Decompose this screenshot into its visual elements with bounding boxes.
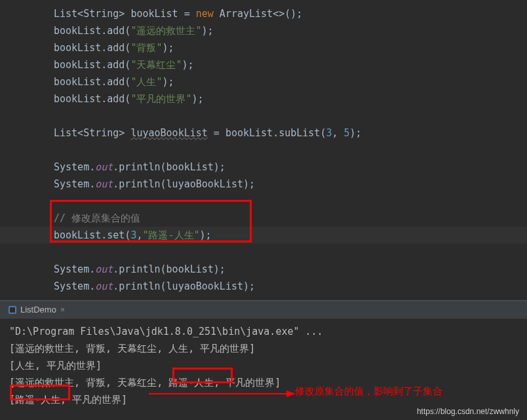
code-line: System.out.println(bookList); bbox=[0, 261, 527, 278]
console-tab-bar: ListDemo × bbox=[0, 301, 527, 319]
annotation-text: 修改原集合的值，影响到了子集合 bbox=[295, 385, 442, 398]
code-line bbox=[0, 193, 527, 210]
console-tab-label: ListDemo bbox=[20, 305, 56, 315]
console-line: [遥远的救世主, 背叛, 天幕红尘, 人生, 平凡的世界] bbox=[9, 340, 518, 357]
code-editor[interactable]: List<String> bookList = new ArrayList<>(… bbox=[0, 0, 527, 300]
console-line: [人生, 平凡的世界] bbox=[9, 357, 518, 374]
code-line: bookList.add("平凡的世界"); bbox=[0, 90, 527, 107]
console-output[interactable]: "D:\Program Files\Java\jdk1.8.0_251\bin\… bbox=[0, 319, 527, 412]
console-tab[interactable]: ListDemo × bbox=[3, 301, 70, 318]
code-line: System.out.println(luyaoBookList); bbox=[0, 176, 527, 193]
code-line-highlighted: bookList.set(3,"路遥-人生"); bbox=[0, 227, 527, 244]
code-line: List<String> bookList = new ArrayList<>(… bbox=[0, 5, 527, 22]
watermark: https://blog.csdn.net/zwwhnly bbox=[417, 407, 519, 416]
code-line: System.out.println(luyaoBookList); bbox=[0, 278, 527, 295]
console-line: "D:\Program Files\Java\jdk1.8.0_251\bin\… bbox=[9, 323, 518, 340]
code-line: // 修改原集合的值 bbox=[0, 210, 527, 227]
console-panel: ListDemo × "D:\Program Files\Java\jdk1.8… bbox=[0, 300, 527, 412]
run-config-icon bbox=[8, 305, 17, 315]
svg-rect-1 bbox=[10, 307, 15, 313]
code-line bbox=[0, 142, 527, 159]
code-line: System.out.println(bookList); bbox=[0, 159, 527, 176]
code-line: bookList.add("天幕红尘"); bbox=[0, 56, 527, 73]
code-line: bookList.add("遥远的救世主"); bbox=[0, 22, 527, 39]
code-line: bookList.add("背叛"); bbox=[0, 39, 527, 56]
code-line bbox=[0, 244, 527, 261]
code-line: List<String> luyaoBookList = bookList.su… bbox=[0, 124, 527, 142]
code-line: bookList.add("人生"); bbox=[0, 73, 527, 90]
code-line bbox=[0, 107, 527, 124]
close-icon[interactable]: × bbox=[60, 305, 65, 315]
